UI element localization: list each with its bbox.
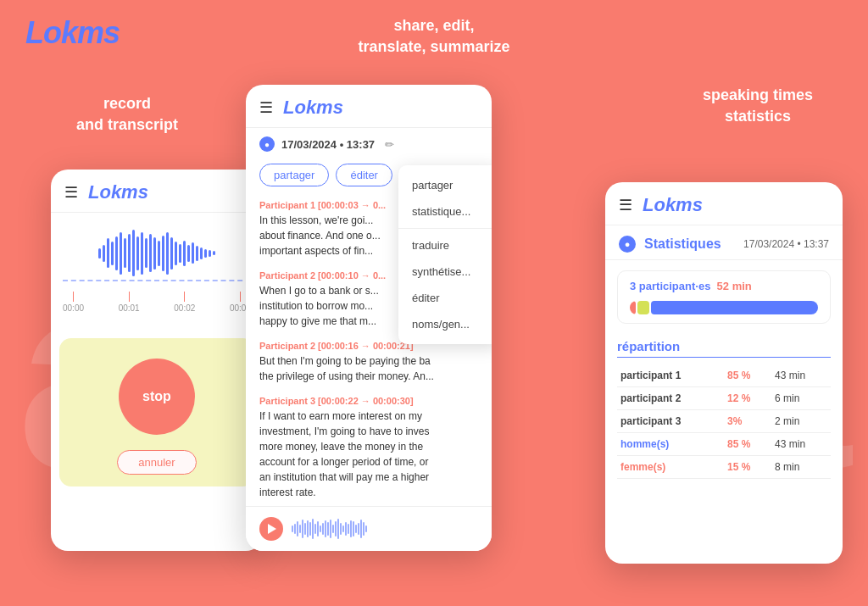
transcript-block-3: Participant 2 [00:00:16 → 00:00:21] But …	[259, 341, 478, 384]
partager-button[interactable]: partager	[259, 164, 329, 186]
app-logo: Lokms	[25, 15, 120, 51]
femmes-time: 8 min	[771, 456, 831, 479]
stop-button[interactable]: stop	[119, 359, 195, 435]
participant-label-4: Participant 3 [00:00:22 → 00:00:30]	[259, 396, 478, 406]
right-phone-logo: Lokms	[643, 194, 703, 216]
hommes-pct: 85 %	[724, 433, 771, 456]
bar-segment-1	[630, 301, 636, 314]
bar-segment-3	[651, 301, 818, 314]
femmes-pct: 15 %	[724, 456, 771, 479]
stats-row-hommes: homme(s) 85 % 43 min	[617, 433, 831, 456]
waveform	[63, 230, 251, 276]
transcript-text-3: But then I'm going to be paying the bath…	[259, 353, 478, 384]
stats-date: 17/03/2024 • 13:37	[743, 238, 829, 250]
center-phone-header: ☰ Lokms	[246, 85, 492, 128]
hamburger-right[interactable]: ☰	[619, 196, 632, 214]
p1-pct: 85 %	[724, 364, 771, 387]
left-phone-header: ☰ Lokms	[51, 170, 263, 213]
stats-title: Statistiques	[644, 236, 721, 252]
meta-icon: ●	[259, 136, 275, 152]
bar-chart	[630, 301, 818, 314]
p1-time: 43 min	[771, 364, 831, 387]
center-date: 17/03/2024 • 13:37	[281, 138, 375, 151]
stats-row-p1: participant 1 85 % 43 min	[617, 364, 831, 387]
stats-row-p3: participant 3 3% 2 min	[617, 410, 831, 433]
p3-pct: 3%	[724, 410, 771, 433]
transcript-block-4: Participant 3 [00:00:22 → 00:00:30] If I…	[259, 396, 478, 500]
transcript-text-4: If I want to earn more interest on myinv…	[259, 409, 478, 500]
waveform-area: 00:00 00:01 00:02 00:03	[51, 213, 263, 325]
time-markers: 00:00 00:01 00:02 00:03	[63, 288, 251, 316]
editer-button[interactable]: éditer	[336, 164, 392, 186]
p3-label: participant 3	[617, 410, 724, 433]
dropdown-partager[interactable]: partager	[398, 172, 492, 198]
dropdown-traduire[interactable]: traduire	[398, 232, 492, 259]
repartition-section: répartition participant 1 85 % 43 min pa…	[605, 331, 843, 487]
dropdown-statistique[interactable]: statistique...	[398, 198, 492, 225]
audio-player	[246, 506, 492, 551]
center-meta: ● 17/03/2024 • 13:37 ✏	[246, 128, 492, 158]
audio-waveform	[292, 519, 478, 539]
p1-label: participant 1	[617, 364, 724, 387]
label-record-transcript: recordand transcript	[42, 93, 212, 136]
tagline: share, edit, translate, summarize	[358, 15, 509, 58]
record-area: stop annuler	[59, 338, 254, 486]
stats-header: ● Statistiques 17/03/2024 • 13:37	[605, 225, 843, 260]
repartition-title: répartition	[617, 339, 831, 358]
hamburger-center[interactable]: ☰	[259, 98, 273, 117]
stats-icon: ●	[619, 236, 636, 253]
participants-count: 3 participant·es 52 min	[630, 280, 818, 292]
dropdown-editer[interactable]: éditer	[398, 285, 492, 311]
p2-pct: 12 %	[724, 387, 771, 410]
stats-row-p2: participant 2 12 % 6 min	[617, 387, 831, 410]
phone-right: ☰ Lokms ● Statistiques 17/03/2024 • 13:3…	[605, 182, 843, 564]
left-phone-logo: Lokms	[88, 181, 148, 203]
p2-label: participant 2	[617, 387, 724, 410]
play-triangle-icon	[268, 524, 276, 534]
bar-segment-2	[637, 301, 649, 314]
phone-center: ☰ Lokms ● 17/03/2024 • 13:37 ✏ partager …	[246, 85, 492, 551]
label-speaking-stats: speaking timesstatistics	[665, 85, 851, 127]
stats-table: participant 1 85 % 43 min participant 2 …	[617, 364, 831, 479]
phone-left: ☰ Lokms	[51, 170, 263, 551]
center-phone-logo: Lokms	[283, 97, 343, 119]
dropdown-noms[interactable]: noms/gen...	[398, 311, 492, 337]
dropdown-menu: partager statistique... traduire synthét…	[398, 165, 492, 344]
right-phone-header: ☰ Lokms	[605, 182, 843, 225]
edit-icon[interactable]: ✏	[385, 138, 394, 151]
stats-summary: 3 participant·es 52 min	[617, 270, 831, 324]
hommes-time: 43 min	[771, 433, 831, 456]
dropdown-synthetiser[interactable]: synthétise...	[398, 259, 492, 285]
hamburger-left[interactable]: ☰	[64, 183, 78, 202]
stats-row-femmes: femme(s) 15 % 8 min	[617, 456, 831, 479]
femmes-label: femme(s)	[617, 456, 724, 479]
hommes-label: homme(s)	[617, 433, 724, 456]
dropdown-divider-1	[398, 228, 492, 229]
p2-time: 6 min	[771, 387, 831, 410]
play-button[interactable]	[259, 517, 283, 541]
annuler-button[interactable]: annuler	[117, 450, 196, 475]
p3-time: 2 min	[771, 410, 831, 433]
